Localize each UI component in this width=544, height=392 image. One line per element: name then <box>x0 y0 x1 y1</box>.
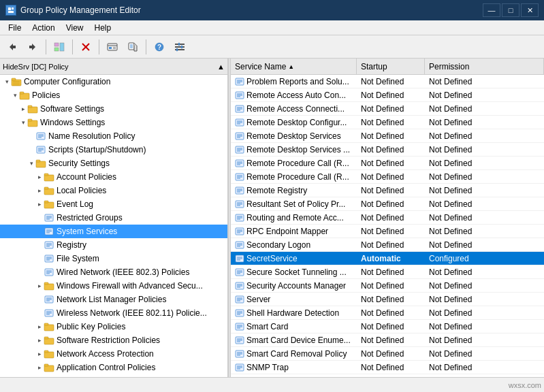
close-button[interactable]: ✕ <box>521 3 539 17</box>
expand-icon-app-control[interactable]: ▸ <box>35 364 44 371</box>
list-row[interactable]: SNMP TrapNot DefinedNot Defined <box>231 361 544 374</box>
list-row[interactable]: Smart Card Removal PolicyNot DefinedNot … <box>231 347 544 361</box>
tree-item-windows-settings[interactable]: ▾ Windows Settings <box>0 116 227 129</box>
list-row[interactable]: RPC Endpoint MapperNot DefinedNot Define… <box>231 225 544 238</box>
tree-item-ip-security[interactable]: IP Security Policies on Active Directory… <box>0 374 227 377</box>
expand-icon-policies[interactable]: ▾ <box>11 92 19 99</box>
menu-help[interactable]: Help <box>89 22 117 34</box>
list-row[interactable]: Remote RegistryNot DefinedNot Defined <box>231 184 544 197</box>
tree-item-windows-firewall[interactable]: ▸ Windows Firewall with Advanced Secu... <box>0 279 227 293</box>
expand-icon-network-access[interactable]: ▸ <box>35 350 44 357</box>
tree-item-network-access[interactable]: ▸ Network Access Protection <box>0 347 227 361</box>
list-row[interactable]: Remote Desktop Configur...Not DefinedNot… <box>231 116 544 129</box>
list-row[interactable]: Remote Procedure Call (R...Not DefinedNo… <box>231 170 544 184</box>
list-row[interactable]: Secondary LogonNot DefinedNot Defined <box>231 238 544 252</box>
list-row[interactable]: Remote Access Connecti...Not DefinedNot … <box>231 102 544 116</box>
tree-item-file-system[interactable]: File System <box>0 252 227 265</box>
service-name-cell: Problem Reports and Solu... <box>231 77 357 86</box>
tree-item-name-resolution[interactable]: Name Resolution Policy <box>0 129 227 143</box>
tree-item-account-policies[interactable]: ▸ Account Policies <box>0 170 227 184</box>
tree-item-system-services[interactable]: System Services <box>0 225 227 238</box>
list-row[interactable]: Remote Desktop ServicesNot DefinedNot De… <box>231 129 544 143</box>
col-header-permission[interactable]: Permission <box>425 59 544 74</box>
list-row[interactable]: Smart CardNot DefinedNot Defined <box>231 320 544 333</box>
list-row[interactable]: SecretServiceAutomaticConfigured <box>231 252 544 265</box>
startup-cell: Not Defined <box>357 104 425 114</box>
permission-cell: Not Defined <box>425 118 544 127</box>
list-row[interactable]: Problem Reports and Solu...Not DefinedNo… <box>231 75 544 88</box>
svg-rect-41 <box>28 120 37 127</box>
tree-item-event-log[interactable]: ▸ Event Log <box>0 197 227 211</box>
tree-item-local-policies[interactable]: ▸ Local Policies <box>0 184 227 197</box>
folder-icon-policies <box>19 91 30 100</box>
tree-item-computer-config[interactable]: ▾ Computer Configuration <box>0 75 227 88</box>
tree-item-registry[interactable]: Registry <box>0 238 227 252</box>
tree-item-restricted-groups[interactable]: Restricted Groups <box>0 211 227 225</box>
tree-item-security-settings[interactable]: ▾ Security Settings <box>0 157 227 170</box>
tree-item-policies[interactable]: ▾ Policies <box>0 88 227 102</box>
back-button[interactable] <box>3 37 22 56</box>
menu-file[interactable]: File <box>3 22 27 34</box>
expand-icon-computer-config[interactable]: ▾ <box>3 78 11 85</box>
tree-item-wired-network[interactable]: Wired Network (IEEE 802.3) Policies <box>0 265 227 279</box>
help-button[interactable]: ? <box>150 37 169 56</box>
expand-icon-windows-firewall[interactable]: ▸ <box>35 282 44 289</box>
col-header-service-name[interactable]: Service Name ▲ <box>231 59 357 74</box>
list-row[interactable]: Secure Socket Tunneling ...Not DefinedNo… <box>231 265 544 279</box>
list-row[interactable]: ServerNot DefinedNot Defined <box>231 293 544 306</box>
service-name-cell: Server <box>231 295 357 304</box>
tree-item-network-list[interactable]: Network List Manager Policies <box>0 293 227 306</box>
tree-item-app-control[interactable]: ▸ Application Control Policies <box>0 361 227 374</box>
tree-item-wireless-network[interactable]: Wireless Network (IEEE 802.11) Policie..… <box>0 306 227 320</box>
tree-label-wireless-network: Wireless Network (IEEE 802.11) Policie..… <box>57 308 207 318</box>
col-header-startup[interactable]: Startup <box>357 59 425 74</box>
tree-label-account-policies: Account Policies <box>57 172 116 182</box>
expand-icon-event-log[interactable]: ▸ <box>35 201 44 208</box>
svg-rect-1 <box>8 7 11 10</box>
permission-cell: Not Defined <box>425 322 544 331</box>
tree-container[interactable]: ▾ Computer Configuration▾ Policies▸ Soft… <box>0 75 227 377</box>
permission-cell: Not Defined <box>425 91 544 100</box>
menu-action[interactable]: Action <box>27 22 60 34</box>
list-row[interactable]: Remote Procedure Call (R...Not DefinedNo… <box>231 157 544 170</box>
scroll-up-arrow[interactable]: ▲ <box>217 63 225 71</box>
toolbar-separator-4 <box>146 39 146 54</box>
list-row[interactable]: Security Accounts ManagerNot DefinedNot … <box>231 279 544 293</box>
show-hide-button[interactable] <box>50 37 69 56</box>
tree-label-app-control: Application Control Policies <box>57 363 155 372</box>
expand-icon-windows-settings[interactable]: ▾ <box>19 119 27 126</box>
delete-button[interactable] <box>76 37 95 56</box>
svg-rect-34 <box>13 81 20 82</box>
minimize-button[interactable]: — <box>483 3 500 17</box>
service-name-cell: Security Accounts Manager <box>231 281 357 291</box>
title-bar: Group Policy Management Editor — □ ✕ <box>0 0 544 20</box>
list-row[interactable]: Resultant Set of Policy Pr...Not Defined… <box>231 197 544 211</box>
forward-button[interactable] <box>23 37 42 56</box>
expand-icon-software-settings[interactable]: ▸ <box>19 105 27 112</box>
svg-rect-38 <box>20 92 24 94</box>
svg-rect-3 <box>8 11 14 13</box>
maximize-button[interactable]: □ <box>502 3 519 17</box>
list-row[interactable]: Shell Hardware DetectionNot DefinedNot D… <box>231 306 544 320</box>
folder-icon-windows-settings <box>27 118 38 127</box>
settings-button[interactable] <box>170 37 189 56</box>
tree-item-scripts[interactable]: Scripts (Startup/Shutdown) <box>0 143 227 157</box>
menu-view[interactable]: View <box>61 22 89 34</box>
list-row[interactable]: Routing and Remote Acc...Not DefinedNot … <box>231 211 544 225</box>
expand-icon-security-settings[interactable]: ▾ <box>27 160 35 167</box>
properties-button[interactable] <box>103 37 122 56</box>
tree-item-public-key[interactable]: ▸ Public Key Policies <box>0 320 227 333</box>
service-name-cell: Software Protection <box>231 376 357 378</box>
list-row[interactable]: Smart Card Device Enume...Not DefinedNot… <box>231 333 544 347</box>
list-row[interactable]: Software ProtectionNot DefinedNot Define… <box>231 374 544 377</box>
export-button[interactable] <box>123 37 142 56</box>
service-list[interactable]: Problem Reports and Solu...Not DefinedNo… <box>231 75 544 377</box>
list-row[interactable]: Remote Desktop Services ...Not DefinedNo… <box>231 143 544 157</box>
tree-item-software-settings[interactable]: ▸ Software Settings <box>0 102 227 116</box>
expand-icon-local-policies[interactable]: ▸ <box>35 187 44 194</box>
expand-icon-software-restriction[interactable]: ▸ <box>35 337 44 344</box>
list-row[interactable]: Remote Access Auto Con...Not DefinedNot … <box>231 88 544 102</box>
tree-item-software-restriction[interactable]: ▸ Software Restriction Policies <box>0 333 227 347</box>
expand-icon-account-policies[interactable]: ▸ <box>35 174 44 180</box>
expand-icon-public-key[interactable]: ▸ <box>35 323 44 330</box>
